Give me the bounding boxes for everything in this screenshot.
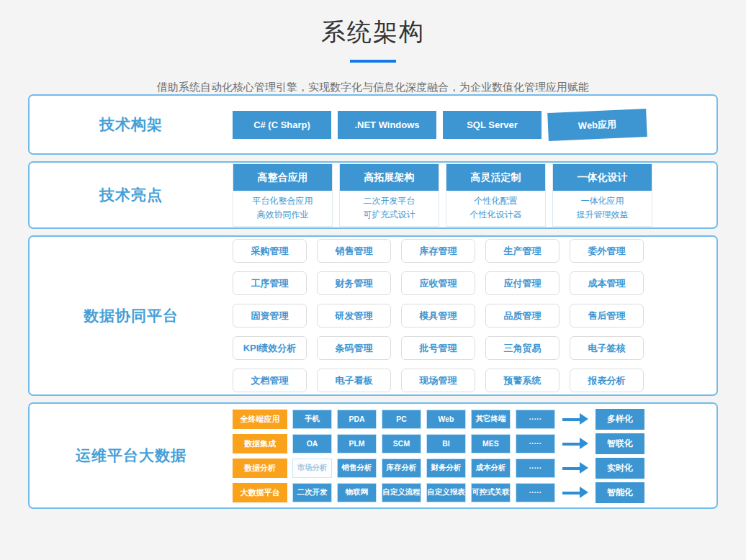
ops-category: 全终端应用 [233,410,287,429]
module-button-production[interactable]: 生产管理 [485,239,560,263]
module-button-receivable[interactable]: 应收管理 [401,271,475,295]
ops-chip-ellipsis[interactable]: ····· [516,434,555,453]
ops-chip-cost-analysis[interactable]: 成本分析 [471,459,511,478]
page-title: 系统架构 [0,16,746,49]
ops-chip-finance-analysis[interactable]: 财务分析 [426,459,466,478]
highlight-card: 高整合应用 平台化整合应用 高效协同作业 [233,163,333,227]
ops-chip-scm[interactable]: SCM [382,434,421,453]
arrow-right-icon [560,459,590,478]
module-button-process[interactable]: 工序管理 [233,271,307,295]
highlight-card-title: 高灵活定制 [446,164,545,191]
ops-chip-custom-flow[interactable]: 自定义流程 [382,483,421,502]
ops-category: 数据集成 [233,434,287,453]
module-button-barcode[interactable]: 条码管理 [317,336,391,360]
ops-rows: 全终端应用 手机 PDA PC Web 其它终端 ····· 多样化 数据集成 … [233,409,644,503]
module-button-kanban[interactable]: 电子看板 [317,369,391,392]
ops-chip-ellipsis[interactable]: ····· [516,410,555,429]
ops-chip-ellipsis[interactable]: ····· [516,459,555,478]
module-button-triangle-trade[interactable]: 三角贸易 [485,336,560,360]
section-data-platform: 数据协同平台 采购管理 销售管理 库存管理 生产管理 委外管理 工序管理 财务管… [28,235,718,396]
section-label-ops-platform: 运维平台大数据 [30,446,233,466]
module-button-quality[interactable]: 品质管理 [485,304,560,328]
module-button-finance[interactable]: 财务管理 [317,271,391,295]
highlight-line: 提升管理效益 [553,208,652,222]
ops-row-bigdata: 大数据平台 二次开发 物联网 自定义流程 自定义报表 可控式关联 ····· 智… [233,482,644,503]
highlight-card-title: 高整合应用 [233,164,332,191]
ops-chip-plm[interactable]: PLM [337,434,377,453]
highlight-cards: 高整合应用 平台化整合应用 高效协同作业 高拓展架构 二次开发平台 可扩充式设计… [233,163,652,227]
highlight-line: 个性化配置 [446,194,545,208]
ops-chip-inventory-analysis[interactable]: 库存分析 [382,459,421,478]
ops-chip-oa[interactable]: OA [292,434,332,453]
module-button-shopfloor[interactable]: 现场管理 [401,369,475,392]
ops-chip-controlled-link[interactable]: 可控式关联 [471,483,511,502]
ops-chip-custom-report[interactable]: 自定义报表 [426,483,466,502]
arrow-right-icon [560,434,590,453]
tech-frame-buttons: C# (C Sharp) .NET Windows SQL Server Web… [233,111,647,139]
section-tech-highlights: 技术亮点 高整合应用 平台化整合应用 高效协同作业 高拓展架构 二次开发平台 可… [28,161,718,229]
ops-row-integration: 数据集成 OA PLM SCM BI MES ····· 智联化 [233,433,644,454]
module-button-after-sales[interactable]: 售后管理 [570,304,644,328]
highlight-line: 可扩充式设计 [340,208,439,222]
highlight-card-title: 高拓展架构 [340,164,439,191]
module-button-purchase[interactable]: 采购管理 [233,239,307,263]
tech-button-sqlserver[interactable]: SQL Server [443,111,541,139]
highlight-line: 高效协同作业 [233,208,332,222]
module-button-cost[interactable]: 成本管理 [570,271,644,295]
ops-chip-iot[interactable]: 物联网 [337,483,377,502]
ops-chip-ellipsis[interactable]: ····· [516,483,555,502]
module-button-kpi[interactable]: KPI绩效分析 [233,336,307,360]
highlight-card-body: 个性化配置 个性化设计器 [446,191,545,226]
highlight-card-body: 一体化应用 提升管理效益 [553,191,652,226]
ops-row-analysis: 数据分析 市场分析 销售分析 库存分析 财务分析 成本分析 ····· 实时化 [233,458,644,479]
ops-chip-secondary-dev[interactable]: 二次开发 [292,483,332,502]
ops-result-realtime: 实时化 [596,458,644,479]
highlight-line: 平台化整合应用 [233,194,332,208]
page-subtitle: 借助系统自动化核心管理引擎，实现数字化与信息化深度融合，为企业数值化管理应用赋能 [0,81,746,94]
module-button-payable[interactable]: 应付管理 [485,271,560,295]
tech-button-dotnet[interactable]: .NET Windows [338,111,436,139]
highlight-card: 高拓展架构 二次开发平台 可扩充式设计 [339,163,439,227]
ops-chip-market-analysis[interactable]: 市场分析 [292,459,332,478]
section-ops-platform: 运维平台大数据 全终端应用 手机 PDA PC Web 其它终端 ····· 多… [28,402,718,509]
highlight-card: 一体化设计 一体化应用 提升管理效益 [552,163,652,227]
page-header: 系统架构 借助系统自动化核心管理引擎，实现数字化与信息化深度融合，为企业数值化管… [0,0,746,94]
highlight-line: 个性化设计器 [446,208,545,222]
ops-chip-pda[interactable]: PDA [337,410,377,429]
tech-button-csharp[interactable]: C# (C Sharp) [233,111,331,139]
module-button-outsourcing[interactable]: 委外管理 [570,239,644,263]
module-button-esign[interactable]: 电子签核 [570,336,644,360]
module-button-report[interactable]: 报表分析 [570,369,644,392]
module-button-sales[interactable]: 销售管理 [317,239,391,263]
ops-chip-bi[interactable]: BI [426,434,466,453]
section-label-tech-frame: 技术构架 [30,114,233,135]
ops-chip-pc[interactable]: PC [382,410,421,429]
module-button-mold[interactable]: 模具管理 [401,304,475,328]
module-button-document[interactable]: 文档管理 [233,369,307,392]
module-button-batch[interactable]: 批号管理 [401,336,475,360]
module-button-fixed-assets[interactable]: 固资管理 [233,304,307,328]
module-button-inventory[interactable]: 库存管理 [401,239,475,263]
ops-chip-mes[interactable]: MES [471,434,511,453]
ops-chip-other-terminal[interactable]: 其它终端 [471,410,511,429]
highlight-line: 一体化应用 [553,194,652,208]
highlight-card-body: 平台化整合应用 高效协同作业 [233,191,332,226]
ops-result-intelligent: 智能化 [596,482,644,503]
highlight-card: 高灵活定制 个性化配置 个性化设计器 [446,163,546,227]
module-grid: 采购管理 销售管理 库存管理 生产管理 委外管理 工序管理 财务管理 应收管理 … [233,239,644,392]
highlight-line: 二次开发平台 [340,194,439,208]
ops-chip-web[interactable]: Web [426,410,466,429]
ops-chip-mobile[interactable]: 手机 [292,410,332,429]
highlight-card-title: 一体化设计 [553,164,652,191]
title-underline [350,60,396,63]
module-button-alert[interactable]: 预警系统 [485,369,560,392]
section-tech-frame: 技术构架 C# (C Sharp) .NET Windows SQL Serve… [28,94,718,155]
highlight-card-body: 二次开发平台 可扩充式设计 [340,191,439,226]
module-button-rnd[interactable]: 研发管理 [317,304,391,328]
arrow-right-icon [560,410,590,429]
ops-result-connected: 智联化 [596,433,644,454]
ops-result-diversified: 多样化 [596,409,644,430]
tech-button-web[interactable]: Web应用 [547,109,647,141]
ops-chip-sales-analysis[interactable]: 销售分析 [337,459,377,478]
ops-row-terminals: 全终端应用 手机 PDA PC Web 其它终端 ····· 多样化 [233,409,644,430]
